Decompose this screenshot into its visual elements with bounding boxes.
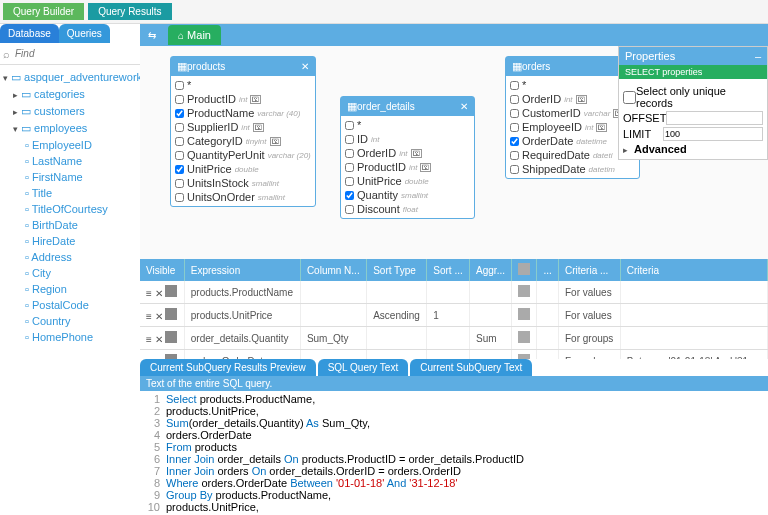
field-checkbox[interactable] xyxy=(175,193,184,202)
cell-expression[interactable]: orders.OrderDate xyxy=(184,350,300,360)
field-row[interactable]: ProductIDint⚿ xyxy=(341,160,474,174)
cell-sorttype[interactable]: Ascending xyxy=(367,304,427,327)
field-row[interactable]: IDint xyxy=(341,132,474,146)
tab-sql[interactable]: SQL Query Text xyxy=(318,359,409,376)
field-row[interactable]: CategoryIDtinyint⚿ xyxy=(171,134,315,148)
tree-column[interactable]: ▫ Title xyxy=(3,185,137,201)
cell-dots[interactable] xyxy=(537,281,559,304)
grid-header[interactable]: Sort ... xyxy=(427,259,470,281)
grid-row[interactable]: ≡ ✕ orders.OrderDateFor valuesBetween '0… xyxy=(140,350,768,360)
tree-column[interactable]: ▫ HireDate xyxy=(3,233,137,249)
field-checkbox[interactable] xyxy=(175,179,184,188)
cell-criteriatype[interactable]: For groups xyxy=(558,327,620,350)
tab-subquery[interactable]: Current SubQuery Text xyxy=(410,359,532,376)
field-checkbox[interactable] xyxy=(175,81,184,90)
sql-text-area[interactable]: 1Select products.ProductName,2 products.… xyxy=(140,391,768,515)
cell-aggregate[interactable]: Sum xyxy=(470,327,512,350)
advanced-toggle[interactable]: Advanced xyxy=(634,143,687,155)
field-checkbox[interactable] xyxy=(345,205,354,214)
field-checkbox[interactable] xyxy=(175,109,184,118)
grid-header[interactable]: Column N... xyxy=(300,259,366,281)
field-row[interactable]: UnitPricedouble xyxy=(171,162,315,176)
cell-group[interactable] xyxy=(512,327,537,350)
close-icon[interactable]: ✕ xyxy=(460,101,468,112)
field-checkbox[interactable] xyxy=(510,123,519,132)
cell-aggregate[interactable] xyxy=(470,304,512,327)
offset-input[interactable] xyxy=(666,111,763,125)
field-row[interactable]: ProductIDint⚿ xyxy=(171,92,315,106)
cell-dots[interactable] xyxy=(537,350,559,360)
cell-column[interactable] xyxy=(300,304,366,327)
field-checkbox[interactable] xyxy=(175,151,184,160)
database-tree[interactable]: ▾▭ aspquer_adventureworks ▸▭ categories … xyxy=(0,65,140,515)
cell-sorttype[interactable] xyxy=(367,350,427,360)
cell-dots[interactable] xyxy=(537,304,559,327)
field-row[interactable]: ProductNamevarchar (40) xyxy=(171,106,315,120)
tree-column[interactable]: ▫ Country xyxy=(3,313,137,329)
field-checkbox[interactable] xyxy=(175,165,184,174)
tree-node[interactable]: ▾▭ employees xyxy=(3,120,137,137)
tree-node[interactable]: ▸▭ customers xyxy=(3,103,137,120)
field-row[interactable]: Quantitysmallint xyxy=(341,188,474,202)
field-row[interactable]: QuantityPerUnitvarchar (20) xyxy=(171,148,315,162)
field-checkbox[interactable] xyxy=(510,95,519,104)
grid-header[interactable] xyxy=(512,259,537,281)
entity-order-details[interactable]: ▦ order_details✕*IDintOrderIDint⚿Product… xyxy=(340,96,475,219)
cell-group[interactable] xyxy=(512,304,537,327)
cell-criteria[interactable] xyxy=(620,327,767,350)
grid-header[interactable]: Aggr... xyxy=(470,259,512,281)
tab-queries[interactable]: Queries xyxy=(59,24,110,43)
field-row[interactable]: * xyxy=(171,78,315,92)
cell-sortpos[interactable] xyxy=(427,327,470,350)
tree-column[interactable]: ▫ City xyxy=(3,265,137,281)
tree-column[interactable]: ▫ FirstName xyxy=(3,169,137,185)
field-row[interactable]: ShippedDatedatetim xyxy=(506,162,639,176)
tree-column[interactable]: ▫ EmployeeID xyxy=(3,137,137,153)
cell-criteria[interactable] xyxy=(620,304,767,327)
cell-group[interactable] xyxy=(512,281,537,304)
row-handle[interactable]: ≡ ✕ xyxy=(140,350,184,360)
field-checkbox[interactable] xyxy=(345,121,354,130)
tree-column[interactable]: ▫ BirthDate xyxy=(3,217,137,233)
collapse-icon[interactable]: – xyxy=(755,50,761,62)
field-checkbox[interactable] xyxy=(510,165,519,174)
cell-sorttype[interactable] xyxy=(367,327,427,350)
cell-criteriatype[interactable]: For values xyxy=(558,304,620,327)
row-handle[interactable]: ≡ ✕ xyxy=(140,304,184,327)
cell-criteria[interactable]: Between '01-01-18' And '31-... xyxy=(620,350,767,360)
field-row[interactable]: UnitsInStocksmallint xyxy=(171,176,315,190)
field-row[interactable]: Discountfloat xyxy=(341,202,474,216)
field-checkbox[interactable] xyxy=(345,191,354,200)
cell-expression[interactable]: products.UnitPrice xyxy=(184,304,300,327)
cell-aggregate[interactable] xyxy=(470,350,512,360)
row-handle[interactable]: ≡ ✕ xyxy=(140,327,184,350)
tree-column[interactable]: ▫ Region xyxy=(3,281,137,297)
field-checkbox[interactable] xyxy=(345,135,354,144)
close-icon[interactable]: ✕ xyxy=(301,61,309,72)
field-row[interactable]: UnitsOnOrdersmallint xyxy=(171,190,315,204)
cell-sortpos[interactable]: 1 xyxy=(427,304,470,327)
cell-criteriatype[interactable]: For values xyxy=(558,350,620,360)
main-tab[interactable]: ⌂ Main xyxy=(168,25,221,45)
grid-header[interactable]: Criteria xyxy=(620,259,767,281)
tree-column[interactable]: ▫ TitleOfCourtesy xyxy=(3,201,137,217)
unique-records-checkbox[interactable] xyxy=(623,91,636,104)
tab-database[interactable]: Database xyxy=(0,24,59,43)
tree-structure-icon[interactable]: ⇆ xyxy=(140,26,164,45)
tab-preview[interactable]: Current SubQuery Results Preview xyxy=(140,359,316,376)
grid-header[interactable]: ... xyxy=(537,259,559,281)
field-row[interactable]: UnitPricedouble xyxy=(341,174,474,188)
cell-sortpos[interactable] xyxy=(427,281,470,304)
tree-node[interactable]: ▸▭ categories xyxy=(3,86,137,103)
tree-root[interactable]: ▾▭ aspquer_adventureworks xyxy=(3,69,137,86)
field-checkbox[interactable] xyxy=(510,151,519,160)
field-checkbox[interactable] xyxy=(175,123,184,132)
cell-criteria[interactable] xyxy=(620,281,767,304)
tree-column[interactable]: ▫ LastName xyxy=(3,153,137,169)
grid-header[interactable]: Sort Type xyxy=(367,259,427,281)
search-input[interactable] xyxy=(13,46,144,61)
tree-column[interactable]: ▫ PostalCode xyxy=(3,297,137,313)
field-checkbox[interactable] xyxy=(345,177,354,186)
grid-row[interactable]: ≡ ✕ order_details.QuantitySum_QtySumFor … xyxy=(140,327,768,350)
field-checkbox[interactable] xyxy=(510,81,519,90)
